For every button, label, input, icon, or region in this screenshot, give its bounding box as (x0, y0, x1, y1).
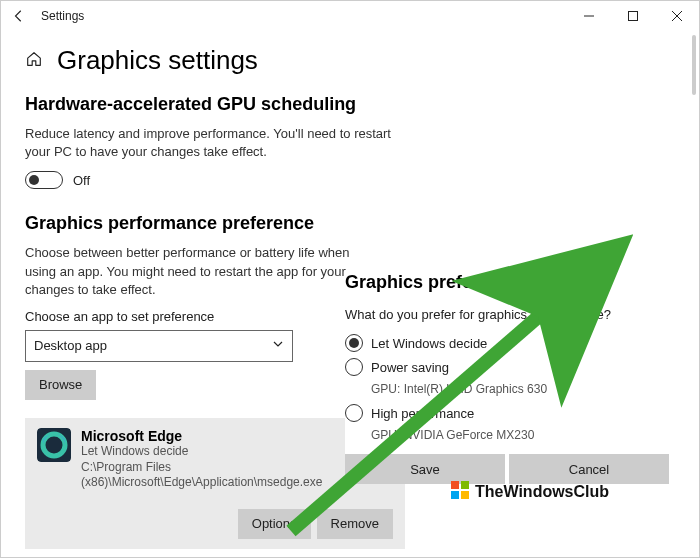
dialog-question: What do you prefer for graphics performa… (345, 307, 675, 322)
svg-rect-7 (461, 481, 469, 489)
perf-pref-heading: Graphics performance preference (25, 213, 405, 234)
edge-icon (37, 428, 71, 491)
page-header: Graphics settings (1, 31, 699, 86)
radio-icon (345, 358, 363, 376)
power-saving-gpu: GPU: Intel(R) UHD Graphics 630 (371, 382, 675, 396)
minimize-button[interactable] (567, 1, 611, 31)
windows-logo-icon (451, 481, 469, 503)
home-icon[interactable] (25, 50, 43, 72)
browse-button[interactable]: Browse (25, 370, 96, 400)
svg-rect-8 (451, 491, 459, 499)
close-button[interactable] (655, 1, 699, 31)
radio-label: Let Windows decide (371, 336, 487, 351)
radio-high-performance[interactable]: High performance (345, 404, 675, 422)
window-title: Settings (41, 9, 84, 23)
high-performance-gpu: GPU: NVIDIA GeForce MX230 (371, 428, 675, 442)
dropdown-value: Desktop app (34, 338, 107, 353)
svg-rect-6 (451, 481, 459, 489)
radio-label: High performance (371, 406, 474, 421)
page-title: Graphics settings (57, 45, 258, 76)
dialog-heading: Graphics preference (345, 272, 675, 293)
svg-rect-1 (629, 12, 638, 21)
options-button[interactable]: Options (238, 509, 311, 539)
graphics-preference-dialog: Graphics preference What do you prefer f… (345, 272, 675, 484)
svg-rect-9 (461, 491, 469, 499)
gpu-scheduling-heading: Hardware-accelerated GPU scheduling (25, 94, 405, 115)
save-button[interactable]: Save (345, 454, 505, 484)
perf-pref-desc: Choose between better performance or bat… (25, 244, 365, 299)
maximize-button[interactable] (611, 1, 655, 31)
titlebar: Settings (1, 1, 699, 31)
remove-button[interactable]: Remove (317, 509, 393, 539)
radio-icon (345, 334, 363, 352)
gpu-scheduling-toggle-label: Off (73, 173, 90, 188)
radio-let-windows-decide[interactable]: Let Windows decide (345, 334, 675, 352)
gpu-scheduling-toggle[interactable] (25, 171, 63, 189)
radio-icon (345, 404, 363, 422)
window-controls (567, 1, 699, 31)
back-button[interactable] (7, 4, 31, 28)
radio-power-saving[interactable]: Power saving (345, 358, 675, 376)
watermark-text: TheWindowsClub (475, 483, 609, 501)
radio-label: Power saving (371, 360, 449, 375)
watermark: TheWindowsClub (451, 481, 609, 503)
gpu-scheduling-desc: Reduce latency and improve performance. … (25, 125, 395, 161)
cancel-button[interactable]: Cancel (509, 454, 669, 484)
app-type-dropdown[interactable]: Desktop app (25, 330, 293, 362)
settings-window: Settings Graphics settings Hardware-acce… (0, 0, 700, 558)
chevron-down-icon (272, 338, 284, 353)
